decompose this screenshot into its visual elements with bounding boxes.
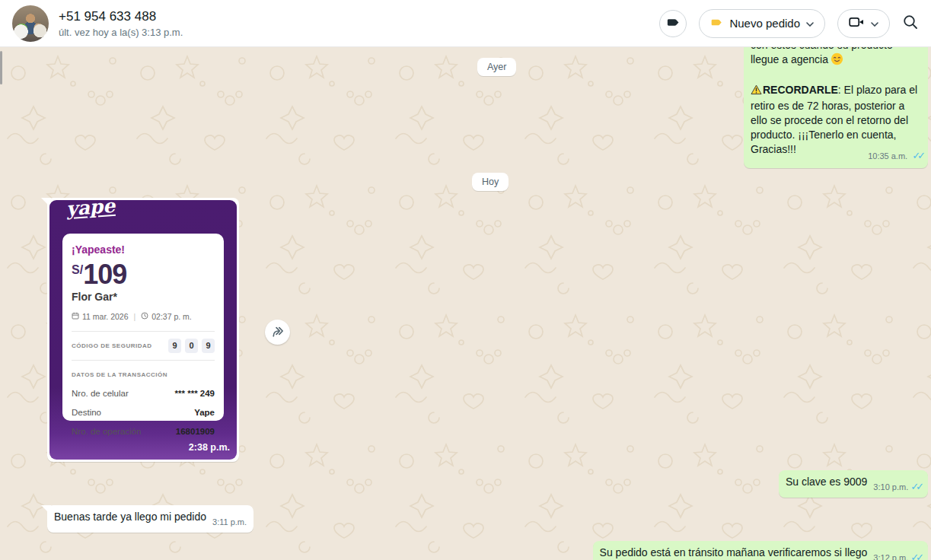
order-status-dropdown[interactable]: Nuevo pedido	[699, 9, 825, 38]
hug-emoji-icon	[831, 56, 843, 68]
yape-logo: yape	[65, 200, 115, 216]
label-filter-button[interactable]	[659, 10, 687, 37]
bubble-tail	[41, 505, 51, 515]
forward-message-button[interactable]	[265, 320, 290, 345]
message-text: Su pedido está en tránsito mañana verifi…	[600, 546, 868, 558]
video-call-icon	[849, 15, 865, 31]
warning-icon	[751, 85, 762, 97]
security-code-digits: 9 0 9	[168, 339, 215, 353]
message-meta: 3:11 p.m.	[212, 515, 247, 530]
message-bubble-arrival[interactable]: Buenas tarde ya llego mi pedido3:11 p.m.	[47, 505, 253, 533]
double-check-icon: ✓✓	[912, 150, 923, 161]
double-check-icon: ✓✓	[910, 552, 921, 560]
transaction-row: Destino Yape	[72, 406, 215, 420]
receipt-date: 11 mar. 2026	[82, 310, 129, 324]
row-label: Nro. de operación	[72, 425, 141, 439]
header-actions: Nuevo pedido	[659, 9, 919, 38]
row-label: Nro. de celular	[72, 387, 129, 401]
yape-receipt-card: ¡Yapeaste! S/109 Flor Gar* 11 mar. 2026 …	[62, 234, 224, 421]
whatsapp-chat-window: +51 954 633 488 últ. vez hoy a la(s) 3:1…	[0, 0, 931, 560]
message-time: 3:12 p.m.	[873, 553, 908, 560]
transaction-section-label: DATOS DE LA TRANSACCIÓN	[72, 368, 215, 382]
message-meta: 10:35 a.m. ✓✓	[868, 148, 923, 164]
message-time: 3:11 p.m.	[212, 517, 247, 527]
date-separator-today: Hoy	[472, 173, 509, 191]
row-value: 16801909	[176, 425, 215, 439]
forward-icon	[270, 325, 285, 339]
message-text: Su clave es 9009	[786, 476, 867, 488]
scrollbar-thumb[interactable]	[0, 51, 2, 84]
message-bubble-key[interactable]: Su clave es 90093:10 p.m.✓✓	[779, 470, 928, 498]
yape-receipt-image[interactable]: yape ¡Yapeaste! S/109 Flor Gar* 11 mar. …	[49, 200, 237, 460]
payee-name: Flor Gar*	[72, 290, 215, 304]
search-icon	[902, 14, 919, 33]
message-bubble-yape-receipt[interactable]: yape ¡Yapeaste! S/109 Flor Gar* 11 mar. …	[47, 198, 239, 462]
message-meta: 3:12 p.m.✓✓	[873, 550, 921, 560]
divider	[72, 360, 215, 361]
tag-icon	[666, 15, 681, 32]
code-digit: 0	[185, 339, 198, 353]
message-list: Ayer Hoy con estos cuando su producto ll…	[0, 47, 931, 560]
order-tag-icon	[710, 16, 723, 31]
message-text-warning: RECORDARLE: El plazo para el retiro es d…	[751, 83, 921, 157]
receipt-title: ¡Yapeaste!	[72, 243, 215, 257]
last-seen-status: últ. vez hoy a la(s) 3:13 p.m.	[59, 27, 183, 38]
double-check-icon: ✓✓	[910, 481, 921, 492]
video-call-dropdown[interactable]	[837, 9, 890, 38]
date-separator-yesterday: Ayer	[477, 58, 516, 76]
calendar-icon	[72, 310, 79, 324]
currency-symbol: S/	[72, 263, 83, 276]
message-bubble-reminder[interactable]: con estos cuando su producto llegue a ag…	[744, 47, 928, 168]
message-meta: 3:10 p.m.✓✓	[873, 479, 921, 495]
contact-name: +51 954 633 488	[59, 9, 183, 24]
receipt-datetime: 11 mar. 2026 | 02:37 p. m.	[72, 310, 215, 324]
security-code-row: CÓDIGO DE SEGURIDAD 9 0 9	[72, 339, 215, 353]
row-label: Destino	[72, 406, 101, 420]
message-bubble-transit[interactable]: Su pedido está en tránsito mañana verifi…	[593, 541, 928, 560]
transaction-row: Nro. de operación 16801909	[72, 425, 215, 439]
message-text: con estos cuando su producto llegue a ag…	[751, 47, 921, 69]
chevron-down-icon	[806, 18, 814, 29]
contact-info[interactable]: +51 954 633 488 últ. vez hoy a la(s) 3:1…	[59, 9, 183, 38]
clock-icon	[141, 310, 148, 324]
code-digit: 9	[168, 339, 181, 353]
chevron-down-icon	[871, 18, 878, 29]
divider	[72, 331, 215, 332]
message-time: 3:10 p.m.	[873, 482, 908, 492]
search-button[interactable]	[902, 14, 919, 33]
message-time: 10:35 a.m.	[868, 151, 907, 161]
separator: |	[134, 310, 136, 324]
amount-value: 109	[83, 259, 126, 290]
code-digit: 9	[202, 339, 215, 353]
row-value: Yape	[194, 406, 215, 420]
contact-avatar[interactable]	[12, 5, 49, 42]
receipt-time: 02:37 p. m.	[151, 310, 192, 324]
message-text: Buenas tarde ya llego mi pedido	[54, 511, 206, 523]
chat-header: +51 954 633 488 últ. vez hoy a la(s) 3:1…	[0, 0, 931, 47]
receipt-amount: S/109	[72, 262, 215, 288]
order-status-label: Nuevo pedido	[729, 17, 800, 30]
row-value: *** *** 249	[175, 387, 215, 401]
message-time: 2:38 p.m.	[189, 441, 230, 455]
security-code-label: CÓDIGO DE SEGURIDAD	[72, 339, 152, 353]
transaction-row: Nro. de celular *** *** 249	[72, 387, 215, 401]
